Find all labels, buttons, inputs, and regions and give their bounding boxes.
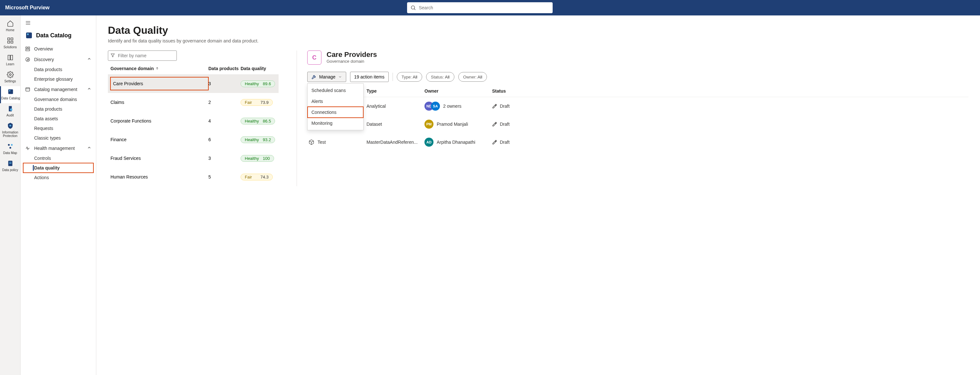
filter-type[interactable]: Type:All — [397, 72, 422, 82]
wrench-icon — [312, 74, 317, 79]
sidebar-item-actions[interactable]: Actions — [21, 173, 96, 182]
map-icon — [7, 143, 14, 150]
rail-audit[interactable]: Audit — [0, 103, 20, 120]
quality-status: Healthy — [245, 156, 259, 161]
sidebar-item-data-products-2[interactable]: Data products — [21, 104, 96, 114]
avatar: PM — [425, 120, 433, 129]
filter-status[interactable]: Status:All — [426, 72, 454, 82]
rail-home[interactable]: Home — [0, 18, 20, 35]
edit-icon — [492, 104, 497, 109]
quality-score: 93.2 — [263, 137, 271, 142]
svg-point-11 — [8, 144, 10, 146]
top-bar: Microsoft Purview — [0, 0, 980, 16]
dp-name-cell: Test — [309, 139, 366, 145]
menu-monitoring[interactable]: Monitoring — [307, 118, 363, 129]
svg-marker-24 — [27, 59, 29, 60]
rail-info-protection[interactable]: Information Protection — [0, 120, 20, 141]
quality-score: 73.9 — [261, 100, 269, 105]
divider — [393, 73, 393, 81]
table-row[interactable]: Dataset PMPramod Manjali Draft — [307, 115, 969, 133]
manage-button[interactable]: Manage — [307, 72, 346, 82]
sidebar-item-controls[interactable]: Controls — [21, 153, 96, 163]
catalog-icon — [7, 88, 14, 96]
table-row[interactable]: Care Providers 3 Healthy 89.6 — [108, 74, 278, 93]
domain-name: Human Resources — [110, 174, 208, 179]
col-governance-domain[interactable]: Governance domain — [110, 66, 208, 71]
sidebar-discovery[interactable]: Discovery — [21, 54, 96, 65]
rail-data-policy[interactable]: Data policy — [0, 158, 20, 175]
app-title: Microsoft Purview — [5, 5, 49, 11]
dp-table-header: Data product Type Owner Status — [307, 82, 969, 97]
quality-score: 86.5 — [263, 119, 271, 123]
avatar: SA — [431, 101, 440, 111]
product-count: 2 — [208, 100, 240, 105]
sidebar-item-classic[interactable]: Classic types — [21, 133, 96, 143]
detail-subtitle: Governance domain — [326, 59, 377, 64]
manage-menu: Scheduled scans Alerts Connections Monit… — [307, 83, 364, 130]
table-row[interactable]: Finance 6 Healthy 93.2 — [108, 130, 278, 149]
svg-rect-19 — [27, 33, 29, 35]
filter-input[interactable] — [108, 51, 177, 61]
svg-rect-4 — [7, 41, 10, 43]
svg-rect-5 — [11, 41, 13, 43]
rail-learn[interactable]: Learn — [0, 52, 20, 69]
sidebar-item-requests[interactable]: Requests — [21, 123, 96, 133]
quality-cell: Healthy 93.2 — [240, 136, 276, 143]
policy-icon — [7, 160, 14, 168]
table-row[interactable]: Human Resources 5 Fair 74.3 — [108, 168, 278, 186]
dp-owner-cell: PMPramod Manjali — [425, 120, 492, 129]
quality-cell: Healthy 86.5 — [240, 118, 276, 125]
svg-rect-22 — [26, 49, 30, 51]
col-type[interactable]: Type — [366, 89, 425, 93]
sidebar-catalog-mgmt[interactable]: Catalog management — [21, 84, 96, 95]
table-row[interactable]: Test MasterDataAndReferen... ADArpitha D… — [307, 133, 969, 151]
quality-status: Fair — [245, 100, 252, 105]
col-data-quality[interactable]: Data quality — [240, 66, 276, 71]
detail-panel: C Care Providers Governance domain Manag… — [297, 51, 969, 186]
hamburger-button[interactable] — [21, 19, 96, 30]
filter-owner[interactable]: Owner:All — [458, 72, 487, 82]
domain-list: Governance domain Data products Data qua… — [108, 51, 278, 186]
sidebar-item-glossary[interactable]: Enterprise glossary — [21, 74, 96, 84]
col-data-products[interactable]: Data products — [208, 66, 240, 71]
rail-solutions[interactable]: Solutions — [0, 35, 20, 52]
search-input[interactable] — [407, 2, 553, 13]
global-search[interactable] — [407, 2, 553, 13]
sidebar-item-data-assets[interactable]: Data assets — [21, 114, 96, 123]
rail-data-map[interactable]: Data Map — [0, 141, 20, 158]
menu-alerts[interactable]: Alerts — [307, 96, 363, 107]
quality-badge: Healthy 86.5 — [240, 118, 275, 125]
col-owner[interactable]: Owner — [425, 89, 492, 93]
quality-status: Fair — [245, 175, 252, 179]
svg-point-13 — [10, 147, 11, 149]
table-row[interactable]: Fraud Services 3 Healthy 100 — [108, 149, 278, 168]
table-row[interactable]: Corporate Functions 4 Healthy 86.5 — [108, 112, 278, 130]
page-subtitle: Identify and fix data quality issues by … — [108, 38, 969, 43]
dp-type-cell: Analytical — [366, 104, 425, 109]
action-items-button[interactable]: 19 action items — [350, 72, 389, 82]
product-count: 5 — [208, 174, 240, 179]
svg-rect-21 — [28, 47, 30, 49]
table-row[interactable]: Claims 2 Fair 73.9 — [108, 93, 278, 112]
main-content: Data Quality Identify and fix data quali… — [96, 16, 980, 375]
dp-status-cell: Draft — [492, 104, 967, 109]
menu-connections[interactable]: Connections — [307, 107, 363, 118]
sidebar-item-data-quality[interactable]: Data quality — [23, 163, 93, 173]
rail-data-catalog[interactable]: Data Catalog — [0, 86, 20, 103]
sidebar-overview[interactable]: Overview — [21, 44, 96, 54]
menu-icon — [25, 20, 31, 26]
table-row[interactable]: Analytical NDSA2 owners Draft — [307, 97, 969, 115]
quality-score: 100 — [263, 156, 270, 161]
sidebar-item-data-products[interactable]: Data products — [21, 65, 96, 74]
sidebar-item-gov-domains[interactable]: Governance domains — [21, 95, 96, 104]
svg-point-0 — [411, 6, 415, 9]
col-status[interactable]: Status — [492, 89, 967, 93]
sidebar-health[interactable]: Health management — [21, 143, 96, 153]
gear-icon — [7, 71, 14, 79]
rail-settings[interactable]: Settings — [0, 69, 20, 86]
menu-scheduled-scans[interactable]: Scheduled scans — [307, 85, 363, 96]
dp-status-cell: Draft — [492, 122, 967, 127]
svg-point-9 — [10, 108, 12, 111]
chevron-down-icon — [338, 75, 342, 79]
svg-rect-8 — [9, 90, 10, 91]
